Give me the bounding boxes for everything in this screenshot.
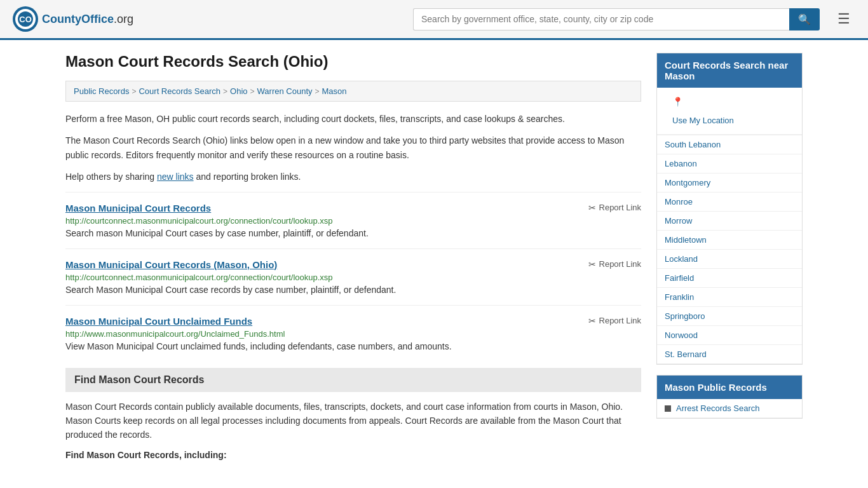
sidebar-nearby-title: Court Records Search near Mason	[657, 53, 802, 88]
sidebar-location-2: Montgomery	[657, 173, 802, 193]
records-list: Mason Municipal Court Records ✂ Report L…	[65, 192, 641, 362]
sidebar-public-records-box: Mason Public Records Arrest Records Sear…	[656, 375, 803, 419]
record-desc-0: Search mason Municipal Court cases by ca…	[65, 228, 641, 238]
intro-text-1: Perform a free Mason, OH public court re…	[65, 112, 641, 126]
sidebar-location-link-6[interactable]: Lockland	[657, 250, 802, 268]
scissors-icon-2: ✂	[588, 316, 596, 326]
page-title: Mason Court Records Search (Ohio)	[65, 53, 641, 71]
sidebar-location-6: Lockland	[657, 250, 802, 269]
sidebar-public-records-title: Mason Public Records	[657, 376, 802, 399]
sidebar-location-link-2[interactable]: Montgomery	[657, 173, 802, 192]
search-icon: 🔍	[798, 14, 811, 25]
hamburger-icon: ☰	[837, 11, 850, 27]
sidebar: Court Records Search near Mason 📍 Use My…	[656, 53, 803, 460]
sidebar-location-3: Monroe	[657, 193, 802, 212]
breadcrumb-sep-4: >	[315, 87, 320, 96]
find-section-body: Mason Court Records contain publicly ava…	[65, 400, 641, 442]
breadcrumb-ohio[interactable]: Ohio	[230, 86, 247, 96]
sidebar-nearby-list: 📍 Use My Location South Lebanon Lebanon …	[657, 88, 802, 364]
intro-text-3-before: Help others by sharing	[65, 172, 157, 182]
menu-button[interactable]: ☰	[832, 8, 855, 30]
record-header-1: Mason Municipal Court Records (Mason, Oh…	[65, 259, 641, 270]
sidebar-pr-item-0: Arrest Records Search	[657, 399, 802, 418]
sidebar-location-7: Fairfield	[657, 269, 802, 288]
record-url-2[interactable]: http://www.masonmunicipalcourt.org/Uncla…	[65, 329, 641, 339]
report-link-label-2: Report Link	[599, 316, 641, 325]
logo[interactable]: CO CountyOffice.org	[13, 6, 133, 32]
sidebar-location-0: South Lebanon	[657, 135, 802, 154]
intro-text-3: Help others by sharing new links and rep…	[65, 170, 641, 184]
sidebar-location-link-11[interactable]: St. Bernard	[657, 345, 802, 363]
breadcrumb-sep-2: >	[223, 87, 227, 96]
sidebar-location-9: Springboro	[657, 307, 802, 326]
sidebar-location-link-1[interactable]: Lebanon	[657, 154, 802, 173]
breadcrumb-mason[interactable]: Mason	[322, 86, 347, 96]
scissors-icon-0: ✂	[588, 203, 596, 213]
find-section-subheading: Find Mason Court Records, including:	[65, 450, 641, 460]
sidebar-location-link-9[interactable]: Springboro	[657, 307, 802, 325]
sidebar-location-link-4[interactable]: Morrow	[657, 212, 802, 230]
record-url-0[interactable]: http://courtconnect.masonmunicipalcourt.…	[65, 216, 641, 226]
record-header-2: Mason Municipal Court Unclaimed Funds ✂ …	[65, 316, 641, 327]
report-link-0[interactable]: ✂ Report Link	[588, 203, 641, 213]
use-my-location-label: Use My Location	[665, 111, 794, 130]
report-link-label-1: Report Link	[599, 259, 641, 269]
sidebar-location-5: Middletown	[657, 231, 802, 250]
intro-text-2: The Mason Court Records Search (Ohio) li…	[65, 133, 641, 162]
sidebar-location-link-8[interactable]: Franklin	[657, 288, 802, 306]
breadcrumb-court-records-search[interactable]: Court Records Search	[139, 86, 220, 96]
content-area: Mason Court Records Search (Ohio) Public…	[65, 53, 641, 460]
svg-text:CO: CO	[19, 15, 32, 24]
logo-icon: CO	[13, 6, 38, 32]
pr-link-0[interactable]: Arrest Records Search	[676, 403, 760, 413]
sidebar-location-8: Franklin	[657, 288, 802, 307]
record-title-2[interactable]: Mason Municipal Court Unclaimed Funds	[65, 316, 252, 327]
sidebar-public-records-list: Arrest Records Search	[657, 399, 802, 418]
breadcrumb: Public Records > Court Records Search > …	[65, 81, 641, 102]
location-pin-icon: 📍	[665, 92, 794, 111]
intro-text-3-after: and reporting broken links.	[194, 172, 301, 182]
record-header-0: Mason Municipal Court Records ✂ Report L…	[65, 203, 641, 214]
sidebar-location-link-7[interactable]: Fairfield	[657, 269, 802, 287]
breadcrumb-warren-county[interactable]: Warren County	[257, 86, 313, 96]
main-container: Mason Court Records Search (Ohio) Public…	[53, 40, 815, 473]
sidebar-location-11: St. Bernard	[657, 345, 802, 364]
sidebar-location-link-3[interactable]: Monroe	[657, 193, 802, 211]
report-link-2[interactable]: ✂ Report Link	[588, 316, 641, 326]
breadcrumb-sep-3: >	[250, 87, 255, 96]
breadcrumb-public-records[interactable]: Public Records	[74, 86, 129, 96]
sidebar-location-4: Morrow	[657, 212, 802, 231]
record-title-1[interactable]: Mason Municipal Court Records (Mason, Oh…	[65, 259, 277, 270]
sidebar-location-1: Lebanon	[657, 154, 802, 173]
record-entry-0: Mason Municipal Court Records ✂ Report L…	[65, 192, 641, 248]
report-link-1[interactable]: ✂ Report Link	[588, 259, 641, 269]
find-section-heading: Find Mason Court Records	[65, 368, 641, 392]
sidebar-location-link-5[interactable]: Middletown	[657, 231, 802, 249]
record-title-0[interactable]: Mason Municipal Court Records	[65, 203, 211, 214]
sidebar-nearby-box: Court Records Search near Mason 📍 Use My…	[656, 53, 803, 365]
sidebar-use-location[interactable]: 📍 Use My Location	[657, 88, 802, 135]
record-entry-2: Mason Municipal Court Unclaimed Funds ✂ …	[65, 305, 641, 362]
report-link-label-0: Report Link	[599, 203, 641, 212]
record-desc-1: Search Mason Municipal Court case record…	[65, 285, 641, 295]
pr-bullet-icon-0	[665, 405, 671, 412]
record-entry-1: Mason Municipal Court Records (Mason, Oh…	[65, 248, 641, 305]
scissors-icon-1: ✂	[588, 259, 596, 269]
record-url-1[interactable]: http://courtconnect.masonmunicipalcourt.…	[65, 273, 641, 282]
search-input[interactable]	[413, 8, 789, 30]
breadcrumb-sep-1: >	[132, 87, 136, 96]
site-header: CO CountyOffice.org 🔍 ☰	[0, 0, 868, 40]
logo-text: CountyOffice.org	[42, 13, 133, 26]
sidebar-location-link-10[interactable]: Norwood	[657, 326, 802, 344]
sidebar-location-link-0[interactable]: South Lebanon	[657, 135, 802, 154]
new-links-link[interactable]: new links	[157, 172, 194, 182]
sidebar-use-location-item[interactable]: 📍 Use My Location	[657, 88, 802, 135]
record-desc-2: View Mason Municipal Court unclaimed fun…	[65, 341, 641, 351]
sidebar-location-10: Norwood	[657, 326, 802, 345]
search-button[interactable]: 🔍	[789, 8, 820, 30]
search-bar: 🔍	[413, 8, 820, 30]
